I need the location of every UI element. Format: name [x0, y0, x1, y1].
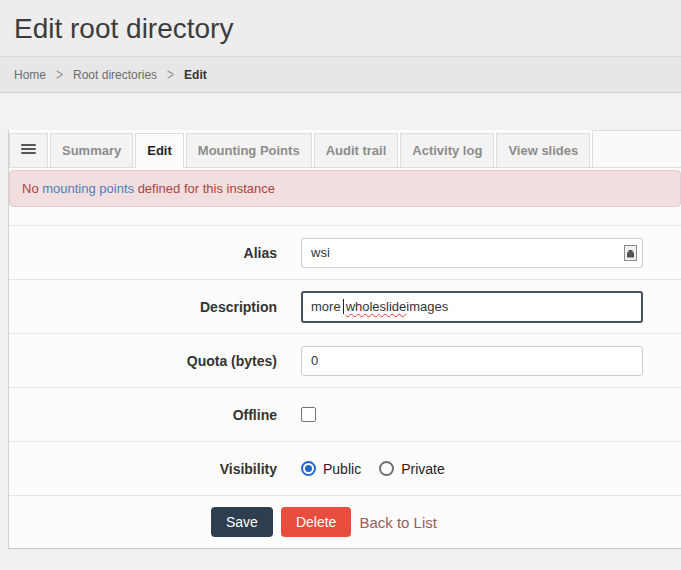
breadcrumb-item-edit: Edit [184, 68, 207, 82]
page-header: Edit root directory [0, 0, 681, 57]
tab-audit-trail[interactable]: Audit trail [314, 133, 399, 168]
visibility-label: Visibility [9, 461, 301, 477]
tab-mounting-points[interactable]: Mounting Points [186, 133, 312, 168]
form-actions: Save Delete Back to List [9, 495, 681, 548]
chevron-right-icon: > [56, 65, 63, 83]
tab-menu[interactable] [9, 133, 48, 168]
offline-row: Offline [9, 387, 681, 441]
visibility-radio-public[interactable] [301, 461, 316, 476]
tab-bar: Summary Edit Mounting Points Audit trail… [9, 130, 681, 168]
alert-text-suffix: defined for this instance [134, 181, 275, 196]
description-input[interactable]: morewhole slide images [301, 291, 643, 323]
text-caret [343, 299, 344, 314]
alias-input[interactable] [301, 238, 643, 268]
tab-activity-log[interactable]: Activity log [400, 133, 494, 168]
visibility-radio-private[interactable] [379, 461, 394, 476]
tab-edit[interactable]: Edit [135, 133, 184, 168]
content-panel: Summary Edit Mounting Points Audit trail… [8, 130, 681, 549]
breadcrumb: Home > Root directories > Edit [0, 57, 681, 93]
quota-label: Quota (bytes) [9, 353, 301, 369]
tab-summary[interactable]: Summary [50, 133, 133, 168]
hamburger-icon [21, 144, 36, 156]
breadcrumb-item-home[interactable]: Home [14, 68, 46, 82]
breadcrumb-item-root-directories[interactable]: Root directories [73, 68, 157, 82]
description-row: Description morewhole slide images [9, 279, 681, 333]
mounting-points-link[interactable]: mounting points [42, 181, 134, 196]
misspelled-word: whole [346, 299, 380, 314]
page: Edit root directory Home > Root director… [0, 0, 681, 570]
chevron-right-icon: > [167, 65, 174, 83]
alias-row: Alias [9, 225, 681, 279]
misspelled-word: slide [380, 299, 407, 314]
offline-checkbox[interactable] [301, 407, 316, 422]
delete-button[interactable]: Delete [281, 507, 351, 537]
back-to-list-link[interactable]: Back to List [359, 514, 437, 531]
quota-row: Quota (bytes) [9, 333, 681, 387]
save-button[interactable]: Save [211, 507, 273, 537]
offline-label: Offline [9, 407, 301, 423]
no-mounting-points-alert: No mounting points defined for this inst… [9, 170, 681, 207]
visibility-radio-group: Public Private [301, 461, 445, 477]
tab-bar-filler [592, 130, 681, 168]
visibility-row: Visibility Public Private [9, 441, 681, 495]
autofill-icon[interactable] [624, 245, 637, 261]
visibility-radio-public-label[interactable]: Public [323, 461, 361, 477]
tab-view-slides[interactable]: View slides [496, 133, 590, 168]
alias-label: Alias [9, 245, 301, 261]
alert-text-prefix: No [22, 181, 42, 196]
description-text-before-caret: more [311, 299, 341, 314]
spacer-band [0, 93, 681, 130]
quota-input[interactable] [301, 346, 643, 376]
description-label: Description [9, 299, 301, 315]
visibility-radio-private-label[interactable]: Private [401, 461, 445, 477]
description-text-after: images [406, 299, 448, 314]
edit-form: Alias Description morewhole slide images… [9, 207, 681, 548]
page-title: Edit root directory [14, 13, 681, 45]
